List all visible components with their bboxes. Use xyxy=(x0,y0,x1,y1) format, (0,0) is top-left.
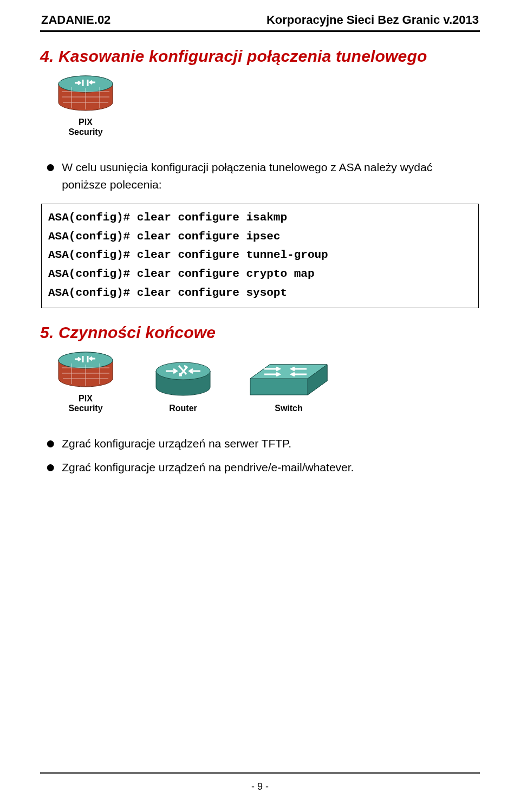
switch-icon xyxy=(248,362,329,398)
pix-label: PIX Security xyxy=(68,118,102,137)
page-number: - 9 - xyxy=(40,781,480,792)
section5-bullet-row-1: ● Zgrać konfiguracje urządzeń na serwer … xyxy=(46,435,480,456)
bullet-dot-icon: ● xyxy=(46,161,55,173)
header-rule xyxy=(40,30,480,32)
pix-device: PIX Security xyxy=(53,75,118,137)
header-right: Korporacyjne Sieci Bez Granic v.2013 xyxy=(266,13,479,27)
pix-device: PIX Security xyxy=(53,352,118,413)
page-header: ZADANIE.02 Korporacyjne Sieci Bez Granic… xyxy=(40,13,480,29)
section5-heading: 5. Czynności końcowe xyxy=(40,323,480,342)
section5-bullet-row-2: ● Zgrać konfiguracje urządzeń na pendriv… xyxy=(46,459,480,479)
router-icon xyxy=(155,361,211,398)
router-device: Router xyxy=(151,352,216,413)
section4-code-block: ASA(config)# clear configure isakmp ASA(… xyxy=(41,204,479,308)
header-left: ZADANIE.02 xyxy=(41,13,110,27)
bullet-dot-icon: ● xyxy=(46,461,55,473)
section4-intro-text: W celu usunięcia konfiguracji połączenia… xyxy=(62,159,479,193)
section5-bullet-2: Zgrać konfiguracje urządzeń na pendrive/… xyxy=(62,459,354,476)
section5-device-row: PIX Security Router xyxy=(53,352,480,413)
footer-rule xyxy=(40,772,480,774)
pix-icon xyxy=(57,75,114,112)
bullet-dot-icon: ● xyxy=(46,437,55,449)
router-label: Router xyxy=(169,404,197,413)
section4-device-row: PIX Security xyxy=(53,75,480,137)
switch-device: Switch xyxy=(248,352,329,413)
switch-label: Switch xyxy=(275,404,303,413)
section4-heading: 4. Kasowanie konfiguracji połączenia tun… xyxy=(40,47,480,66)
pix-label: PIX Security xyxy=(68,394,102,413)
footer: - 9 - xyxy=(40,772,480,792)
pix-icon xyxy=(57,352,114,388)
section5-bullet-1: Zgrać konfiguracje urządzeń na serwer TF… xyxy=(62,435,291,452)
section4-intro-row: ● W celu usunięcia konfiguracji połączen… xyxy=(46,159,480,196)
